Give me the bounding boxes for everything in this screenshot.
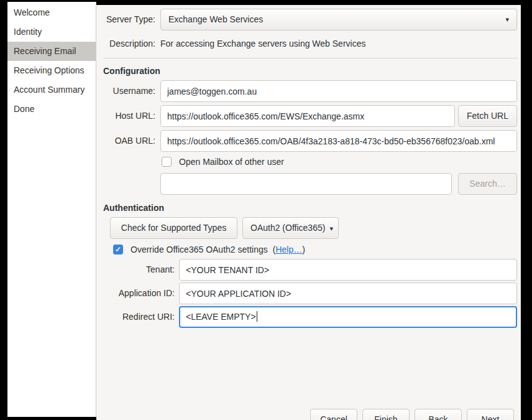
authentication-section-title: Authentication <box>103 203 164 213</box>
help-close-paren: ) <box>302 245 305 254</box>
account-wizard-screen: { "icons": { "checkmark": "✓", "chevron_… <box>0 0 532 420</box>
auth-method-dropdown[interactable]: OAuth2 (Office365)▾ <box>242 217 339 239</box>
sidebar-item-identity[interactable]: Identity <box>7 22 96 42</box>
back-button[interactable]: Back <box>415 409 462 420</box>
redirect-uri-value: <LEAVE EMPTY> <box>186 312 256 322</box>
oab-url-input[interactable] <box>160 130 517 152</box>
check-supported-types-button[interactable]: Check for Supported Types <box>110 217 237 239</box>
redirect-uri-input[interactable]: <LEAVE EMPTY> <box>179 306 517 328</box>
search-button[interactable]: Search… <box>458 173 517 195</box>
sidebar-item-welcome[interactable]: Welcome <box>7 3 96 22</box>
open-mailbox-checkbox[interactable]: ✓ <box>162 157 172 167</box>
chevron-down-icon: ▾ <box>505 9 509 30</box>
chevron-down-icon: ▾ <box>329 225 333 232</box>
description-value: For accessing Exchange servers using Web… <box>160 33 365 55</box>
username-label: Username: <box>96 80 155 102</box>
host-url-input[interactable] <box>160 105 455 127</box>
override-oauth2-checkbox[interactable]: ✓ <box>113 245 123 254</box>
sidebar-item-receiving-options[interactable]: Receiving Options <box>7 61 96 80</box>
help-link[interactable]: Help… <box>275 245 302 254</box>
wizard-steps-sidebar: Welcome Identity Receiving Email Receivi… <box>7 2 96 417</box>
sidebar-item-done[interactable]: Done <box>7 100 96 119</box>
application-id-input[interactable] <box>179 282 517 304</box>
next-button[interactable]: Next <box>467 409 514 420</box>
finish-button[interactable]: Finish <box>362 409 410 420</box>
checkmark-icon: ✓ <box>115 246 121 253</box>
sidebar-item-account-summary[interactable]: Account Summary <box>7 80 96 100</box>
override-oauth2-label: Override Office365 OAuth2 settings <box>131 245 268 254</box>
sidebar-item-receiving-email[interactable]: Receiving Email <box>7 42 96 61</box>
tenant-input[interactable] <box>179 259 517 281</box>
server-type-select[interactable]: Exchange Web Services ▾ <box>160 9 517 30</box>
configuration-section-title: Configuration <box>103 66 160 76</box>
fetch-url-button[interactable]: Fetch URL <box>458 105 517 127</box>
mailbox-user-input[interactable] <box>160 173 452 195</box>
oab-url-label: OAB URL: <box>96 130 155 152</box>
redirect-uri-label: Redirect URI: <box>96 306 175 328</box>
username-input[interactable] <box>160 80 517 102</box>
receiving-email-page: Server Type: Exchange Web Services ▾ Des… <box>96 5 521 420</box>
auth-method-value: OAuth2 (Office365) <box>250 223 325 233</box>
host-url-label: Host URL: <box>96 105 155 127</box>
server-type-label: Server Type: <box>96 9 155 30</box>
server-type-value: Exchange Web Services <box>168 14 263 24</box>
text-cursor <box>257 311 257 322</box>
cancel-button[interactable]: Cancel <box>310 409 357 420</box>
tenant-label: Tenant: <box>96 259 175 281</box>
divider <box>103 58 517 58</box>
description-label: Description: <box>96 33 155 55</box>
application-id-label: Application ID: <box>96 282 175 304</box>
open-mailbox-label: Open Mailbox of other user <box>179 157 284 167</box>
